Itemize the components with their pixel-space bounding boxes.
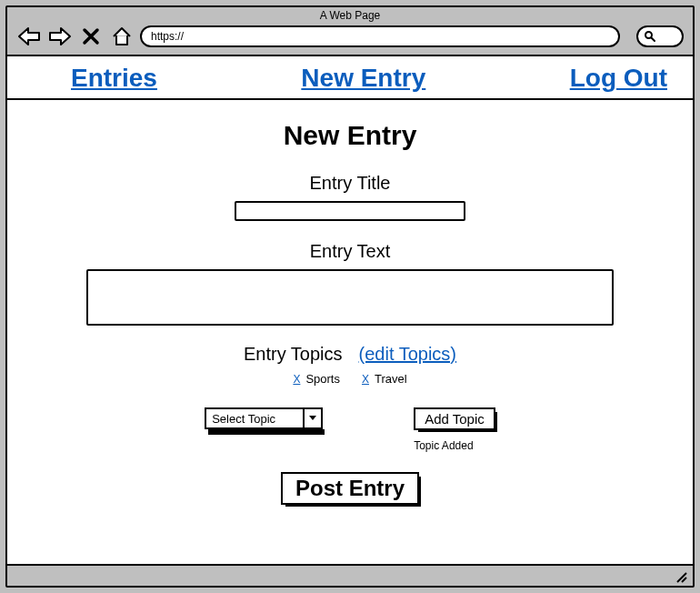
entry-topics-label: Entry Topics [244, 344, 343, 365]
edit-topics-link[interactable]: (edit Topics) [359, 344, 456, 365]
chevron-down-icon [303, 409, 321, 427]
svg-line-1 [652, 38, 655, 42]
forward-icon[interactable] [47, 25, 73, 47]
browser-toolbar: https:// [7, 25, 693, 55]
post-entry-button[interactable]: Post Entry [281, 472, 419, 505]
url-text: https:// [151, 30, 184, 43]
svg-line-3 [682, 578, 686, 582]
topic-chip-label: Sports [305, 372, 340, 386]
entry-title-label: Entry Title [310, 173, 391, 194]
entry-text-label: Entry Text [310, 241, 391, 262]
back-icon[interactable] [16, 25, 42, 47]
svg-line-2 [677, 573, 686, 582]
stop-icon[interactable] [78, 25, 104, 47]
status-bar [7, 564, 693, 586]
page-title: New Entry [284, 120, 417, 151]
topic-chips: X Sports X Travel [293, 372, 406, 386]
topic-added-status: Topic Added [414, 439, 473, 452]
select-topic-value: Select Topic [212, 412, 275, 426]
url-input[interactable]: https:// [140, 25, 620, 47]
remove-topic-icon[interactable]: X [293, 373, 300, 386]
entry-text-input[interactable] [86, 269, 614, 326]
resize-grip-icon [675, 570, 687, 583]
topic-chip: X Sports [293, 372, 340, 386]
entry-title-input[interactable] [235, 201, 465, 221]
browser-window: A Web Page https:// Entries New Entry Lo… [5, 5, 695, 588]
nav-entries[interactable]: Entries [71, 64, 157, 93]
main-area: New Entry Entry Title Entry Text Entry T… [7, 100, 693, 564]
nav-log-out[interactable]: Log Out [570, 64, 667, 93]
search-icon [644, 30, 656, 43]
page-content: Entries New Entry Log Out New Entry Entr… [7, 55, 693, 586]
site-nav: Entries New Entry Log Out [7, 56, 693, 100]
search-box[interactable] [636, 25, 684, 47]
select-topic-dropdown[interactable]: Select Topic [205, 407, 323, 429]
add-topic-button[interactable]: Add Topic [414, 407, 495, 430]
window-title: A Web Page [7, 7, 693, 25]
nav-new-entry[interactable]: New Entry [301, 64, 425, 93]
topic-chip-label: Travel [375, 372, 407, 386]
remove-topic-icon[interactable]: X [362, 373, 369, 386]
topic-chip: X Travel [362, 372, 407, 386]
home-icon[interactable] [109, 25, 135, 47]
